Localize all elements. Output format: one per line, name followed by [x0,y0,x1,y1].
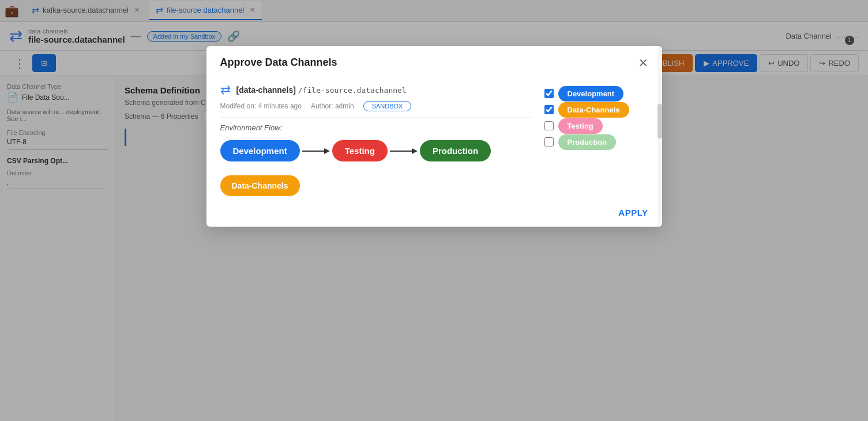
standalone-data-channels-pill: Data-Channels [220,175,300,196]
apply-button[interactable]: APPLY [618,208,648,217]
file-meta: Modifed on: 4 minutes ago Author: admin … [220,101,531,111]
env-pill-production: Production [420,140,491,161]
author-text: Author: admin [311,102,354,110]
svg-marker-1 [324,148,330,154]
checkbox-production: Production [544,137,648,147]
checkbox-testing: Testing [544,121,648,131]
checkbox-development: Development [544,88,648,99]
env-tag-production: Production [558,134,617,150]
file-path: [data-channels] /file-source.datachannel [236,85,407,95]
file-info-row: ⇄ [data-channels] /file-source.datachann… [220,82,531,97]
file-channel-icon: ⇄ [220,82,231,97]
checkbox-development-input[interactable] [544,89,554,98]
sandbox-pill: SANDBOX [363,101,412,111]
checkbox-data-channels-input[interactable] [544,105,554,114]
env-flow: Development Testing [220,140,531,161]
modal-footer: APPLY [206,202,662,227]
svg-marker-3 [412,148,418,154]
env-tag-testing: Testing [558,118,603,134]
env-pill-development: Development [220,140,300,161]
modal-main-content: ⇄ [data-channels] /file-source.datachann… [220,82,531,196]
modal-scrollbar-track [657,46,662,227]
env-flow-label: Environment Flow: [220,123,531,132]
modal-scrollbar-thumb[interactable] [657,104,662,138]
env-pill-testing: Testing [332,140,388,161]
modal-header: Approve Data Channels ✕ [206,46,662,77]
checkbox-testing-input[interactable] [544,121,554,130]
channel-name: [data-channels] [236,85,296,95]
checkbox-production-input[interactable] [544,137,554,146]
divider [220,117,531,118]
env-tag-data-channels: Data-Channels [558,102,629,118]
env-tag-development: Development [558,86,624,102]
modal-side-checkboxes: Development Data-Channels Testing [544,82,648,196]
file-path-text: /file-source.datachannel [298,86,407,95]
modified-text: Modifed on: 4 minutes ago [220,102,302,110]
modal-close-button[interactable]: ✕ [638,57,648,69]
arrow-2 [390,145,418,157]
modal-backdrop: Approve Data Channels ✕ ⇄ [data-channels… [0,0,868,421]
approve-modal: Approve Data Channels ✕ ⇄ [data-channels… [206,46,662,227]
checkbox-data-channels: Data-Channels [544,104,648,115]
modal-title: Approve Data Channels [220,57,337,69]
arrow-1 [302,145,330,157]
modal-body: ⇄ [data-channels] /file-source.datachann… [206,77,662,202]
